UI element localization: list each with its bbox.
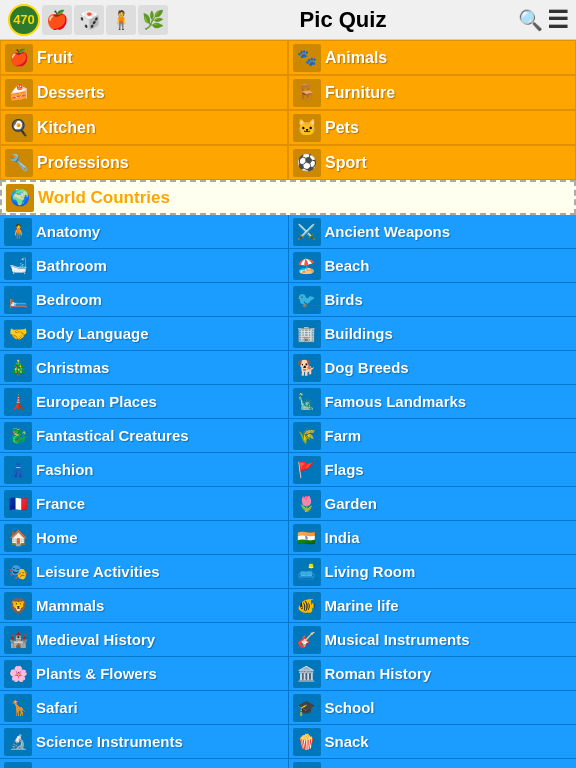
menu-icon[interactable]: ☰: [547, 6, 568, 34]
blue-row-european-places: 🗼 European Places 🗽 Famous Landmarks: [0, 385, 576, 419]
blue-row-bedroom: 🛏️ Bedroom 🐦 Birds: [0, 283, 576, 317]
blue-cell-fantastical-creatures[interactable]: 🐉 Fantastical Creatures: [0, 419, 289, 452]
blue-cell-garden[interactable]: 🌷 Garden: [289, 487, 577, 520]
score-value: 470: [13, 12, 35, 27]
blue-cell-beach[interactable]: 🏖️ Beach: [289, 249, 577, 282]
medieval-history-label: Medieval History: [36, 631, 155, 648]
blue-row-transport: 🚗 Transport 🗺️ US States: [0, 759, 576, 768]
header-icon-1: 🍎: [42, 5, 72, 35]
mammals-label: Mammals: [36, 597, 104, 614]
living-room-label: Living Room: [325, 563, 416, 580]
kitchen-label: Kitchen: [37, 119, 96, 137]
blue-row-safari: 🦒 Safari 🎓 School: [0, 691, 576, 725]
blue-cell-fashion[interactable]: 👗 Fashion: [0, 453, 289, 486]
orange-row-3: 🍳 Kitchen 🐱 Pets: [0, 110, 576, 145]
fantastical-creatures-thumb: 🐉: [4, 422, 32, 450]
blue-cell-anatomy[interactable]: 🧍 Anatomy: [0, 215, 289, 248]
orange-cell-desserts[interactable]: 🍰 Desserts: [0, 75, 288, 110]
world-countries-row[interactable]: 🌍 World Countries: [0, 180, 576, 215]
orange-cell-animals[interactable]: 🐾 Animals: [288, 40, 576, 75]
christmas-label: Christmas: [36, 359, 109, 376]
blue-cell-snack[interactable]: 🍿 Snack: [289, 725, 577, 758]
score-badge: 470: [8, 4, 40, 36]
pets-label: Pets: [325, 119, 359, 137]
roman-history-thumb: 🏛️: [293, 660, 321, 688]
plants-flowers-thumb: 🌸: [4, 660, 32, 688]
blue-cell-medieval-history[interactable]: 🏰 Medieval History: [0, 623, 289, 656]
musical-instruments-label: Musical Instruments: [325, 631, 470, 648]
safari-thumb: 🦒: [4, 694, 32, 722]
blue-cell-dog-breeds[interactable]: 🐕 Dog Breeds: [289, 351, 577, 384]
blue-cell-safari[interactable]: 🦒 Safari: [0, 691, 289, 724]
snack-label: Snack: [325, 733, 369, 750]
blue-cell-musical-instruments[interactable]: 🎸 Musical Instruments: [289, 623, 577, 656]
blue-cell-leisure-activities[interactable]: 🎭 Leisure Activities: [0, 555, 289, 588]
snack-thumb: 🍿: [293, 728, 321, 756]
blue-cell-bedroom[interactable]: 🛏️ Bedroom: [0, 283, 289, 316]
blue-cell-home[interactable]: 🏠 Home: [0, 521, 289, 554]
blue-cell-mammals[interactable]: 🦁 Mammals: [0, 589, 289, 622]
us-states-thumb: 🗺️: [293, 762, 321, 769]
blue-cell-buildings[interactable]: 🏢 Buildings: [289, 317, 577, 350]
safari-label: Safari: [36, 699, 78, 716]
school-label: School: [325, 699, 375, 716]
france-thumb: 🇫🇷: [4, 490, 32, 518]
header-icon-3: 🧍: [106, 5, 136, 35]
blue-cell-farm[interactable]: 🌾 Farm: [289, 419, 577, 452]
ancient-weapons-thumb: ⚔️: [293, 218, 321, 246]
blue-cell-ancient-weapons[interactable]: ⚔️ Ancient Weapons: [289, 215, 577, 248]
blue-cell-bathroom[interactable]: 🛁 Bathroom: [0, 249, 289, 282]
blue-row-medieval: 🏰 Medieval History 🎸 Musical Instruments: [0, 623, 576, 657]
blue-cell-plants-flowers[interactable]: 🌸 Plants & Flowers: [0, 657, 289, 690]
blue-cell-india[interactable]: 🇮🇳 India: [289, 521, 577, 554]
marine-life-label: Marine life: [325, 597, 399, 614]
anatomy-thumb: 🧍: [4, 218, 32, 246]
beach-thumb: 🏖️: [293, 252, 321, 280]
sport-thumb: ⚽: [293, 149, 321, 177]
dog-breeds-label: Dog Breeds: [325, 359, 409, 376]
orange-cell-furniture[interactable]: 🪑 Furniture: [288, 75, 576, 110]
world-countries-label: World Countries: [38, 188, 170, 208]
header-left: 470 🍎 🎲 🧍 🌿: [8, 4, 168, 36]
blue-cell-christmas[interactable]: 🎄 Christmas: [0, 351, 289, 384]
blue-cell-france[interactable]: 🇫🇷 France: [0, 487, 289, 520]
blue-cell-body-language[interactable]: 🤝 Body Language: [0, 317, 289, 350]
animals-label: Animals: [325, 49, 387, 67]
kitchen-thumb: 🍳: [5, 114, 33, 142]
india-label: India: [325, 529, 360, 546]
blue-row-france: 🇫🇷 France 🌷 Garden: [0, 487, 576, 521]
blue-row-leisure: 🎭 Leisure Activities 🛋️ Living Room: [0, 555, 576, 589]
blue-row-anatomy: 🧍 Anatomy ⚔️ Ancient Weapons: [0, 215, 576, 249]
blue-cell-flags[interactable]: 🚩 Flags: [289, 453, 577, 486]
blue-cell-school[interactable]: 🎓 School: [289, 691, 577, 724]
home-label: Home: [36, 529, 78, 546]
blue-row-science: 🔬 Science Instruments 🍿 Snack: [0, 725, 576, 759]
header-right: 🔍 ☰: [518, 6, 568, 34]
body-language-thumb: 🤝: [4, 320, 32, 348]
blue-cell-european-places[interactable]: 🗼 European Places: [0, 385, 289, 418]
orange-cell-professions[interactable]: 🔧 Professions: [0, 145, 288, 180]
orange-cell-kitchen[interactable]: 🍳 Kitchen: [0, 110, 288, 145]
blue-cell-marine-life[interactable]: 🐠 Marine life: [289, 589, 577, 622]
blue-cell-transport[interactable]: 🚗 Transport: [0, 759, 289, 768]
blue-cell-roman-history[interactable]: 🏛️ Roman History: [289, 657, 577, 690]
blue-grid: 🧍 Anatomy ⚔️ Ancient Weapons 🛁 Bathroom …: [0, 215, 576, 768]
professions-label: Professions: [37, 154, 129, 172]
blue-cell-science-instruments[interactable]: 🔬 Science Instruments: [0, 725, 289, 758]
famous-landmarks-thumb: 🗽: [293, 388, 321, 416]
blue-cell-living-room[interactable]: 🛋️ Living Room: [289, 555, 577, 588]
dog-breeds-thumb: 🐕: [293, 354, 321, 382]
blue-cell-famous-landmarks[interactable]: 🗽 Famous Landmarks: [289, 385, 577, 418]
christmas-thumb: 🎄: [4, 354, 32, 382]
orange-cell-pets[interactable]: 🐱 Pets: [288, 110, 576, 145]
search-icon[interactable]: 🔍: [518, 8, 543, 32]
science-instruments-thumb: 🔬: [4, 728, 32, 756]
blue-cell-birds[interactable]: 🐦 Birds: [289, 283, 577, 316]
orange-cell-fruit[interactable]: 🍎 Fruit: [0, 40, 288, 75]
musical-instruments-thumb: 🎸: [293, 626, 321, 654]
home-thumb: 🏠: [4, 524, 32, 552]
farm-thumb: 🌾: [293, 422, 321, 450]
birds-label: Birds: [325, 291, 363, 308]
orange-cell-sport[interactable]: ⚽ Sport: [288, 145, 576, 180]
blue-cell-us-states[interactable]: 🗺️ US States: [289, 759, 577, 768]
